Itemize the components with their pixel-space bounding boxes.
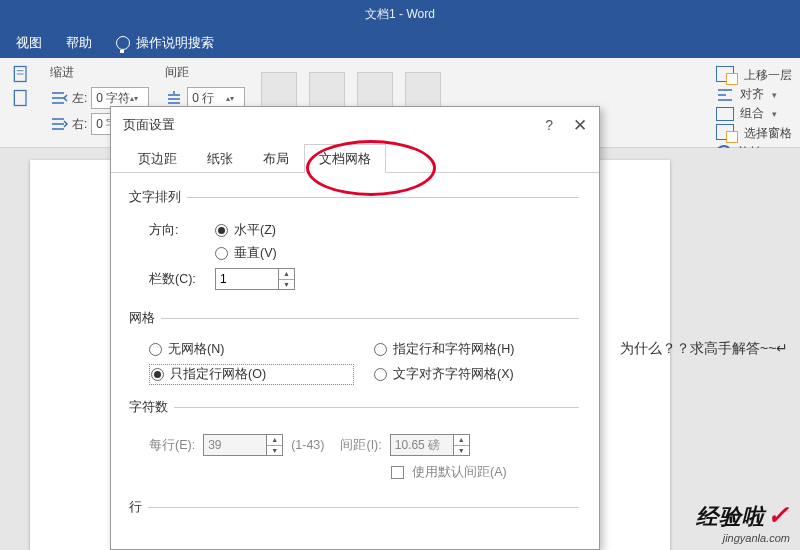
spacing-before-icon [165,91,183,105]
group-icon [716,107,734,121]
perline-field [203,434,267,456]
radio-icon [215,247,228,260]
cmd-above-label: 上移一层 [744,67,792,84]
wrap-text-icon[interactable] [309,72,345,108]
cmd-above[interactable]: 上移一层 [716,66,792,84]
cmd-group-label: 组合 [740,105,764,122]
columns-field[interactable] [215,268,279,290]
tab-help[interactable]: 帮助 [66,34,92,52]
legend-chars: 字符数 [129,399,174,416]
radio-icon [374,343,387,356]
radio-lines-only[interactable]: 只指定行网格(O) [149,364,354,385]
dialog-tabs: 页边距 纸张 布局 文档网格 [111,143,599,173]
page-icon-2 [10,88,32,108]
default-pitch-label: 使用默认间距(A) [412,464,507,481]
spin-arrows[interactable]: ▲▼ [279,268,295,290]
direction-label: 方向: [149,222,203,239]
perline-range: (1-43) [291,438,324,452]
pitch-input: ▲▼ [390,434,470,456]
radio-vertical[interactable]: 垂直(V) [215,245,325,262]
layer-icon [716,66,738,84]
tell-me-label: 操作说明搜索 [136,34,214,52]
app-title: 文档1 - Word [365,6,435,23]
arrange-commands: 上移一层 对齐 组合 选择窗格 旋转 [716,64,792,161]
tell-me-search[interactable]: 操作说明搜索 [116,34,214,52]
tab-paper[interactable]: 纸张 [192,144,248,173]
tab-layout[interactable]: 布局 [248,144,304,173]
legend-grid: 网格 [129,310,161,327]
spacing-before-value: 0 行 [192,90,214,107]
perline-input: ▲▼ [203,434,283,456]
check-icon: ✓ [767,500,790,530]
tab-margin[interactable]: 页边距 [123,144,192,173]
tab-view[interactable]: 视图 [16,34,42,52]
watermark-text: 经验啦 [696,504,765,529]
indent-right-label: 右: [72,116,87,133]
ribbon-tabs: 视图 帮助 操作说明搜索 [0,28,800,58]
spin-arrows: ▲▼ [267,434,283,456]
radio-horizontal-label: 水平(Z) [234,223,276,237]
cmd-selectpane-label: 选择窗格 [744,125,792,142]
indent-right-icon [50,117,68,131]
dialog-close-button[interactable]: ✕ [573,115,587,136]
watermark: 经验啦✓ jingyanla.com [696,500,790,544]
radio-icon [149,343,162,356]
document-text-snippet: 为什么？？求高手解答~~↵ [620,340,788,358]
radio-vertical-label: 垂直(V) [234,245,277,262]
spin-arrows[interactable]: ▴▾ [226,95,240,102]
watermark-url: jingyanla.com [696,532,790,544]
cmd-align-label: 对齐 [740,86,764,103]
pitch-field [390,434,454,456]
legend-lines: 行 [129,499,148,516]
dialog-title: 页面设置 [123,116,175,134]
perline-label: 每行(E): [149,437,195,454]
position-icon[interactable] [261,72,297,108]
radio-icon [374,368,387,381]
pitch-label: 间距(I): [340,437,381,454]
legend-text-arrange: 文字排列 [129,189,187,206]
cmd-selectpane[interactable]: 选择窗格 [716,124,792,142]
lightbulb-icon [116,36,130,50]
indent-left-icon [50,91,68,105]
columns-label: 栏数(C): [149,271,203,288]
send-backward-icon[interactable] [405,72,441,108]
radio-horizontal[interactable]: 水平(Z) [215,222,325,239]
align-icon [716,88,734,102]
page-icon [10,64,32,84]
fieldset-chars: 字符数 每行(E): ▲▼ (1-43) 间距(I): ▲▼ 使用默认间距(A) [131,399,579,485]
arrange-icons [261,64,441,108]
radio-snap-chars[interactable]: 文字对齐字符网格(X) [374,364,579,385]
radio-no-grid-label: 无网格(N) [168,341,224,358]
select-pane-icon [716,124,738,142]
radio-lines-only-label: 只指定行网格(O) [170,366,266,383]
tab-document-grid[interactable]: 文档网格 [304,144,386,173]
svg-rect-3 [14,91,26,106]
radio-icon [151,368,164,381]
fieldset-lines: 行 [131,499,579,526]
dialog-help-button[interactable]: ? [545,117,553,133]
cmd-group[interactable]: 组合 [716,105,792,122]
radio-icon [215,224,228,237]
radio-snap-chars-label: 文字对齐字符网格(X) [393,366,514,383]
spin-arrows: ▲▼ [454,434,470,456]
indent-left-value: 0 字符 [96,90,130,107]
radio-lines-chars-label: 指定行和字符网格(H) [393,341,514,358]
paste-group [8,64,34,108]
page-setup-dialog: 页面设置 ? ✕ 页边距 纸张 布局 文档网格 文字排列 方向: 水平(Z) 垂… [110,106,600,550]
bring-forward-icon[interactable] [357,72,393,108]
fieldset-grid: 网格 无网格(N) 指定行和字符网格(H) 只指定行网格(O) 文字对齐字符网格… [131,310,579,385]
indent-title: 缩进 [50,64,149,81]
radio-lines-chars[interactable]: 指定行和字符网格(H) [374,341,579,358]
radio-no-grid[interactable]: 无网格(N) [149,341,354,358]
spacing-title: 间距 [165,64,245,81]
indent-left-label: 左: [72,90,87,107]
fieldset-text-arrange: 文字排列 方向: 水平(Z) 垂直(V) 栏数(C): ▲▼ [131,189,579,296]
cmd-align[interactable]: 对齐 [716,86,792,103]
default-pitch-checkbox [391,466,404,479]
columns-input[interactable]: ▲▼ [215,268,295,290]
spin-arrows[interactable]: ▴▾ [130,95,144,102]
